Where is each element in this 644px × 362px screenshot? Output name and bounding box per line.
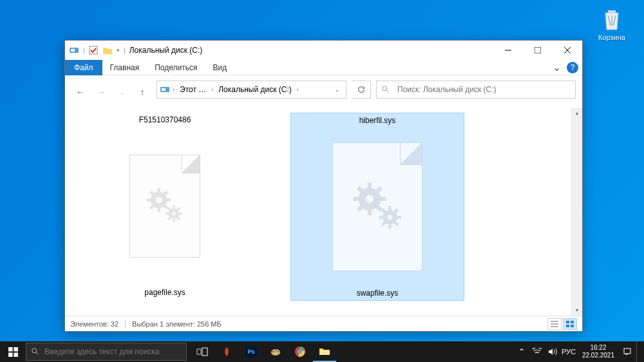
svg-point-23 <box>172 212 176 216</box>
addr-sep-2[interactable]: › <box>296 86 300 93</box>
nav-recent-button[interactable]: ⌄ <box>113 83 131 101</box>
taskbar-app-1[interactable] <box>215 341 238 362</box>
svg-rect-25 <box>173 219 175 222</box>
taskbar-search-icon <box>26 347 44 356</box>
tray-notifications-button[interactable] <box>621 341 634 362</box>
status-count: Элементов: 32 <box>70 320 118 328</box>
breadcrumb-drive[interactable]: Локальный диск (C:) <box>216 81 294 98</box>
svg-point-69 <box>275 350 277 352</box>
file-thumb <box>329 126 426 287</box>
svg-rect-2 <box>71 49 75 52</box>
svg-rect-0 <box>608 10 616 13</box>
svg-point-63 <box>32 348 37 353</box>
svg-rect-57 <box>566 325 569 327</box>
window-title: Локальный диск (C:) <box>129 46 493 55</box>
taskbar-app-chrome[interactable] <box>289 341 312 362</box>
svg-rect-62 <box>14 352 18 357</box>
window-controls <box>493 41 582 60</box>
tray-network-icon[interactable] <box>531 341 544 362</box>
svg-rect-75 <box>319 350 330 355</box>
minimize-button[interactable] <box>493 41 523 60</box>
svg-rect-60 <box>14 347 18 352</box>
ribbon-home-tab[interactable]: Главная <box>102 60 147 75</box>
ribbon-share-tab[interactable]: Поделиться <box>147 60 205 75</box>
taskbar-app-paint[interactable] <box>264 341 287 362</box>
svg-rect-44 <box>388 205 392 209</box>
svg-point-13 <box>156 197 162 203</box>
ribbon-expand-button[interactable]: ⌄ <box>550 61 563 74</box>
file-name-top: F51510370486 <box>139 115 191 124</box>
qat-icons: | ▾ | <box>65 45 126 55</box>
svg-rect-66 <box>202 348 207 356</box>
nav-forward-button[interactable]: → <box>92 83 110 101</box>
svg-rect-58 <box>571 325 574 327</box>
close-button[interactable] <box>553 41 582 60</box>
tray-expand-button[interactable]: ⌃ <box>515 341 528 362</box>
tray-clock[interactable]: 16:22 22.02.2021 <box>578 344 618 359</box>
status-selected: Выбран 1 элемент: 256 МБ <box>132 320 222 328</box>
tray-language[interactable]: РУС <box>562 348 576 356</box>
qat-dd[interactable]: ▾ <box>117 47 120 53</box>
file-list[interactable]: F51510370486 pagefile.sys hiberfil.sys <box>65 108 571 316</box>
explorer-window: | ▾ | Локальный диск (C:) Файл Главная П… <box>64 40 583 332</box>
help-button[interactable]: ? <box>567 62 578 73</box>
search-icon <box>377 85 395 94</box>
svg-rect-37 <box>379 196 386 200</box>
recycle-bin[interactable]: Корзина <box>592 6 631 41</box>
file-item-selected[interactable]: hiberfil.sys swapfile.sys <box>290 113 464 301</box>
taskbar-app-photoshop[interactable]: Ps <box>240 341 263 362</box>
addr-dropdown[interactable]: ⌄ <box>330 87 343 93</box>
details-view-button[interactable] <box>547 318 562 330</box>
svg-rect-34 <box>367 182 371 189</box>
tray-volume-icon[interactable] <box>546 341 559 362</box>
scroll-up-button[interactable]: ▴ <box>572 108 582 119</box>
svg-rect-65 <box>197 349 201 354</box>
recycle-bin-label: Корзина <box>598 33 625 41</box>
svg-rect-24 <box>173 205 175 209</box>
task-view-button[interactable] <box>191 341 214 362</box>
nav-back-button[interactable]: ← <box>71 83 90 101</box>
checkbox-icon[interactable] <box>88 45 99 55</box>
svg-rect-76 <box>624 348 630 354</box>
search-input[interactable] <box>395 85 575 94</box>
scroll-down-button[interactable]: ▾ <box>572 305 582 316</box>
start-button[interactable] <box>0 341 26 362</box>
qat-sep2: | <box>124 47 125 53</box>
svg-rect-5 <box>535 47 541 53</box>
thumbnails-view-button[interactable] <box>563 318 577 330</box>
svg-rect-26 <box>166 213 169 215</box>
show-desktop-button[interactable] <box>636 341 640 362</box>
ribbon: Файл Главная Поделиться Вид ⌄ ? <box>65 60 582 75</box>
nav-up-button[interactable]: ↑ <box>133 83 151 101</box>
address-bar[interactable]: › Этот … › Локальный диск (C:) › ⌄ <box>156 81 346 99</box>
file-name-bottom: pagefile.sys <box>144 288 185 297</box>
taskbar: Ps ⌃ РУС 16:22 22.02.2021 <box>0 341 644 362</box>
svg-rect-46 <box>379 215 383 218</box>
ribbon-view-tab[interactable]: Вид <box>205 60 234 75</box>
taskbar-app-explorer[interactable] <box>313 341 336 362</box>
addr-sep-1[interactable]: › <box>210 86 214 93</box>
svg-rect-14 <box>157 188 160 193</box>
svg-rect-15 <box>157 207 160 212</box>
file-item[interactable]: F51510370486 pagefile.sys <box>78 113 252 301</box>
file-name-bottom: swapfile.sys <box>357 289 399 298</box>
search-box[interactable] <box>376 81 576 99</box>
tray-time: 16:22 <box>582 344 614 352</box>
svg-rect-17 <box>166 198 171 202</box>
refresh-button[interactable] <box>352 81 371 99</box>
addr-drive-icon <box>160 84 170 95</box>
folder-icon[interactable] <box>102 45 113 55</box>
titlebar[interactable]: | ▾ | Локальный диск (C:) <box>65 41 582 60</box>
svg-rect-55 <box>566 321 569 323</box>
addr-sep-0[interactable]: › <box>171 86 176 93</box>
taskbar-search[interactable] <box>26 343 187 361</box>
svg-point-33 <box>365 195 374 203</box>
file-name-top: hiberfil.sys <box>359 116 396 125</box>
taskbar-search-input[interactable] <box>44 347 186 356</box>
svg-rect-27 <box>179 213 182 215</box>
svg-rect-35 <box>367 209 371 215</box>
breadcrumb-pc[interactable]: Этот … <box>177 81 209 98</box>
vertical-scrollbar[interactable]: ▴ ▾ <box>571 108 582 316</box>
maximize-button[interactable] <box>523 41 553 60</box>
ribbon-file-tab[interactable]: Файл <box>65 60 102 75</box>
